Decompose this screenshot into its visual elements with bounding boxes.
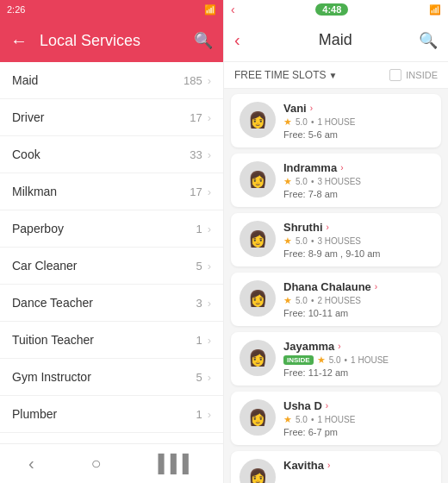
service-item[interactable]: Plumber 1 › — [0, 396, 223, 433]
service-item[interactable]: Appliance Repair 1 › — [0, 433, 223, 443]
maid-card[interactable]: 👩 Dhana Chalaune › ★ 5.0 • 2 HOUSES Free… — [231, 273, 441, 326]
maid-name: Indramma — [283, 161, 337, 174]
star-icon: ★ — [283, 176, 292, 187]
maid-card[interactable]: 👩 Indramma › ★ 5.0 • 3 HOUSES Free: 7-8 … — [231, 154, 441, 207]
chevron-right-icon: › — [208, 185, 211, 198]
maid-name: Vani — [283, 102, 307, 115]
left-signal-icons: 📶 — [204, 4, 216, 16]
chevron-right-icon: › — [208, 74, 211, 87]
inside-checkbox[interactable] — [389, 69, 401, 81]
avatar: 👩 — [240, 459, 276, 483]
maid-houses: 3 HOUSES — [317, 236, 361, 246]
maid-meta: ★ 5.0 • 2 HOUSES — [283, 295, 432, 306]
star-icon: ★ — [283, 414, 292, 425]
maid-dot: • — [311, 117, 314, 127]
inside-toggle[interactable]: INSIDE — [389, 69, 438, 81]
service-count: 5 — [196, 371, 202, 384]
maid-card[interactable]: 👩 Shruthi › ★ 5.0 • 3 HOUSES Free: 8-9 a… — [231, 213, 441, 267]
filter-bar: FREE TIME SLOTS ▼ INSIDE — [224, 62, 448, 89]
right-back-button[interactable]: ‹ — [234, 30, 240, 50]
maid-card[interactable]: 👩 Vani › ★ 5.0 • 1 HOUSE Free: 5-6 am — [231, 94, 441, 147]
maid-meta: INSIDE ★ 5.0 • 1 HOUSE — [283, 354, 432, 366]
service-count: 1 — [196, 223, 202, 235]
maid-name-row: Dhana Chalaune › — [283, 280, 432, 293]
maid-info: Shruthi › ★ 5.0 • 3 HOUSES Free: 8-9 am … — [283, 221, 432, 259]
maid-rating: 5.0 — [296, 236, 308, 246]
service-name: Cook — [12, 147, 190, 161]
avatar: 👩 — [240, 399, 276, 436]
service-item[interactable]: Driver 17 › — [0, 99, 223, 136]
avatar: 👩 — [240, 340, 276, 376]
service-name: Milkman — [12, 185, 190, 198]
service-item[interactable]: Milkman 17 › — [0, 173, 223, 210]
filter-label: FREE TIME SLOTS — [234, 69, 326, 81]
right-time: 4:48 — [315, 3, 348, 16]
left-title: Local Services — [40, 32, 194, 50]
service-name: Driver — [12, 110, 190, 124]
service-item[interactable]: Tuition Teacher 1 › — [0, 322, 223, 359]
filter-arrow-icon: ▼ — [328, 71, 337, 80]
service-item[interactable]: Paperboy 1 › — [0, 210, 223, 248]
maid-meta: ★ 5.0 • 3 HOUSES — [283, 176, 432, 187]
maid-houses: 3 HOUSES — [317, 177, 361, 186]
service-count: 185 — [184, 74, 202, 87]
service-count: 17 — [190, 185, 202, 198]
service-count: 5 — [196, 260, 202, 273]
left-nav-bar: ‹ ○ ▌▌▌ — [0, 443, 223, 483]
maid-info: Indramma › ★ 5.0 • 3 HOUSES Free: 7-8 am — [283, 161, 432, 199]
star-icon: ★ — [283, 116, 292, 128]
maid-dot: • — [311, 415, 314, 424]
right-panel: ‹ 4:48 📶 ‹ Maid 🔍 FREE TIME SLOTS ▼ INSI… — [224, 0, 448, 483]
maid-card[interactable]: 👩 Jayamma › INSIDE ★ 5.0 • 1 HOUSE Free:… — [231, 332, 441, 386]
right-title: Maid — [252, 31, 419, 49]
nav-back-icon[interactable]: ‹ — [28, 454, 34, 474]
maid-rating: 5.0 — [329, 355, 341, 365]
maid-free-time: Free: 10-11 am — [283, 308, 432, 318]
left-header: ← Local Services 🔍 — [0, 19, 223, 62]
nav-home-icon[interactable]: ○ — [91, 454, 102, 474]
left-status-bar: 2:26 📶 — [0, 0, 223, 19]
service-name: Maid — [12, 73, 184, 87]
maid-card[interactable]: 👩 Kavitha › — [231, 451, 441, 483]
maid-info: Usha D › ★ 5.0 • 1 HOUSE Free: 6-7 pm — [283, 399, 432, 437]
maid-name-row: Shruthi › — [283, 221, 432, 234]
chevron-right-icon: › — [208, 334, 211, 347]
maid-name: Jayamma — [283, 340, 334, 353]
maid-chevron-icon: › — [338, 342, 340, 351]
maid-rating: 5.0 — [296, 415, 308, 424]
service-count: 33 — [190, 148, 202, 161]
maid-chevron-icon: › — [327, 223, 329, 232]
nav-recents-icon[interactable]: ▌▌▌ — [159, 454, 196, 474]
right-header: ‹ Maid 🔍 — [224, 19, 448, 62]
right-search-icon[interactable]: 🔍 — [419, 31, 438, 50]
service-item[interactable]: Gym Instructor 5 › — [0, 359, 223, 396]
maid-name-row: Indramma › — [283, 161, 432, 174]
service-count: 1 — [196, 408, 202, 421]
maid-free-time: Free: 7-8 am — [283, 189, 432, 199]
maid-free-time: Free: 8-9 am , 9-10 am — [283, 248, 432, 259]
service-item[interactable]: Maid 185 › — [0, 62, 223, 99]
right-back-nav: ‹ — [231, 3, 235, 16]
chevron-right-icon: › — [208, 297, 211, 310]
left-search-icon[interactable]: 🔍 — [194, 31, 213, 50]
avatar: 👩 — [240, 280, 276, 317]
free-time-slots-filter[interactable]: FREE TIME SLOTS ▼ — [234, 69, 337, 81]
maid-name: Kavitha — [283, 459, 324, 472]
chevron-right-icon: › — [208, 223, 211, 235]
maid-info: Dhana Chalaune › ★ 5.0 • 2 HOUSES Free: … — [283, 280, 432, 318]
maid-name: Dhana Chalaune — [283, 280, 371, 293]
service-item[interactable]: Car Cleaner 5 › — [0, 248, 223, 285]
maid-card[interactable]: 👩 Usha D › ★ 5.0 • 1 HOUSE Free: 6-7 pm — [231, 392, 441, 445]
service-list: Maid 185 › Driver 17 › Cook 33 › Milkman… — [0, 62, 223, 443]
maid-free-time: Free: 6-7 pm — [283, 427, 432, 437]
service-item[interactable]: Dance Teacher 3 › — [0, 285, 223, 322]
maid-chevron-icon: › — [326, 401, 328, 411]
service-item[interactable]: Cook 33 › — [0, 136, 223, 173]
maid-chevron-icon: › — [310, 104, 313, 113]
left-back-button[interactable]: ← — [10, 31, 28, 51]
maid-dot: • — [311, 236, 314, 246]
maid-name-row: Kavitha › — [283, 459, 432, 472]
chevron-right-icon: › — [208, 371, 211, 384]
maid-rating: 5.0 — [296, 296, 308, 305]
maid-free-time: Free: 5-6 am — [283, 129, 432, 140]
